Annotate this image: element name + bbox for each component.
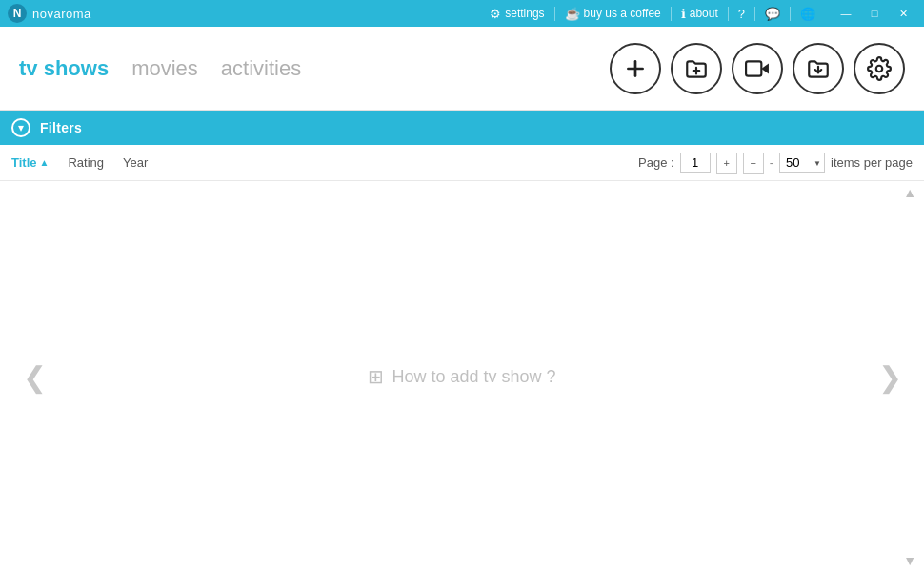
buy-coffee-link[interactable]: ☕ buy us a coffee bbox=[555, 7, 672, 21]
page-label: Page : bbox=[638, 155, 674, 170]
buy-coffee-label: buy us a coffee bbox=[584, 7, 661, 20]
chat-link[interactable]: 💬 bbox=[755, 7, 791, 21]
restore-button[interactable]: □ bbox=[861, 0, 888, 27]
col-title[interactable]: Title ▲ bbox=[11, 155, 49, 170]
filter-chevron-icon: ▾ bbox=[18, 121, 24, 134]
nav-tabs: tv shows movies activities bbox=[19, 52, 610, 85]
settings-link[interactable]: ⚙ settings bbox=[480, 7, 554, 21]
globe-icon: 🌐 bbox=[800, 7, 815, 21]
scroll-up-button[interactable]: ▲ bbox=[903, 185, 916, 200]
globe-link[interactable]: 🌐 bbox=[791, 7, 825, 21]
title-links: ⚙ settings ☕ buy us a coffee ℹ about ? 💬… bbox=[480, 7, 825, 21]
items-per-page-select[interactable]: 25 50 100 bbox=[779, 153, 825, 173]
tab-tv-shows[interactable]: tv shows bbox=[19, 52, 109, 85]
sort-arrow-icon: ▲ bbox=[40, 157, 50, 168]
download-button[interactable] bbox=[793, 43, 844, 94]
titlebar: N novaroma ⚙ settings ☕ buy us a coffee … bbox=[0, 0, 924, 27]
table-header: Title ▲ Rating Year Page : + − - 25 50 1… bbox=[0, 145, 924, 181]
filter-toggle-button[interactable]: ▾ bbox=[11, 118, 30, 137]
close-button[interactable]: ✕ bbox=[890, 0, 916, 27]
items-per-page-label: items per page bbox=[831, 155, 913, 170]
scroll-down-button[interactable]: ▼ bbox=[903, 553, 916, 568]
col-rating[interactable]: Rating bbox=[68, 155, 104, 170]
add-folder-button[interactable] bbox=[671, 43, 722, 94]
prev-page-button[interactable]: ❮ bbox=[15, 358, 53, 396]
svg-point-7 bbox=[876, 65, 883, 72]
coffee-icon: ☕ bbox=[565, 7, 580, 21]
empty-hint[interactable]: ⊞ How to add tv show ? bbox=[368, 365, 555, 388]
page-increment-button[interactable]: + bbox=[716, 153, 737, 174]
window-controls: — □ ✕ bbox=[833, 0, 916, 27]
settings-icon: ⚙ bbox=[490, 7, 501, 21]
svg-rect-5 bbox=[746, 61, 761, 75]
navbar: tv shows movies activities bbox=[0, 27, 924, 111]
items-per-page-wrapper: 25 50 100 bbox=[779, 153, 825, 173]
info-icon: ℹ bbox=[681, 7, 686, 21]
add-button[interactable] bbox=[610, 43, 661, 94]
tab-movies[interactable]: movies bbox=[131, 52, 198, 85]
logo-area: N novaroma bbox=[8, 4, 480, 23]
pagination: Page : + − - 25 50 100 items per page bbox=[638, 153, 913, 174]
record-button[interactable] bbox=[732, 43, 783, 94]
toolbar bbox=[610, 43, 905, 94]
svg-marker-4 bbox=[761, 63, 769, 73]
toolbar-settings-button[interactable] bbox=[854, 43, 905, 94]
tab-activities[interactable]: activities bbox=[221, 52, 301, 85]
help-link[interactable]: ? bbox=[729, 7, 755, 21]
empty-hint-text: How to add tv show ? bbox=[392, 367, 555, 387]
about-label: about bbox=[690, 7, 718, 20]
page-number-input[interactable] bbox=[680, 153, 711, 173]
chat-icon: 💬 bbox=[765, 7, 780, 21]
minimize-button[interactable]: — bbox=[833, 0, 859, 27]
content-area: ▲ ❮ ⊞ How to add tv show ? ❯ ▼ bbox=[0, 181, 924, 572]
page-dash: - bbox=[770, 155, 773, 170]
app-logo: N bbox=[8, 4, 27, 23]
page-decrement-button[interactable]: − bbox=[743, 153, 764, 174]
filters-bar: ▾ Filters bbox=[0, 111, 924, 145]
next-page-button[interactable]: ❯ bbox=[871, 358, 909, 396]
column-headers: Title ▲ Rating Year bbox=[11, 155, 638, 170]
about-link[interactable]: ℹ about bbox=[672, 7, 729, 21]
help-icon: ? bbox=[738, 7, 745, 21]
app-name: novaroma bbox=[32, 7, 91, 21]
filters-label: Filters bbox=[40, 120, 82, 135]
settings-link-label: settings bbox=[505, 7, 544, 20]
add-tv-show-icon: ⊞ bbox=[368, 365, 384, 388]
col-year[interactable]: Year bbox=[123, 155, 148, 170]
